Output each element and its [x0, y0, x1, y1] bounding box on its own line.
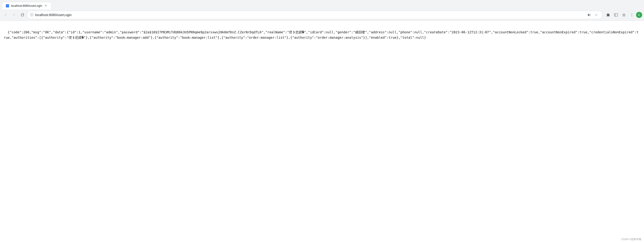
browser-chrome: localhost:8080/userLogin ✕ ⓘ — [0, 0, 644, 21]
page-content: {"code":200,"msg":"OK","data":{"id":1,"u… — [0, 21, 644, 44]
tab-title: localhost:8080/userLogin — [11, 4, 42, 7]
address-bar[interactable]: ⓘ ☆ — [27, 11, 602, 19]
back-button[interactable] — [2, 11, 9, 19]
active-tab[interactable]: localhost:8080/userLogin ✕ — [2, 2, 52, 9]
collections-button[interactable] — [620, 11, 628, 19]
address-actions: ☆ — [586, 12, 600, 18]
sidebar-button[interactable] — [612, 11, 620, 19]
extensions-button[interactable] — [604, 11, 612, 19]
more-options-button[interactable] — [628, 11, 636, 19]
favorites-button[interactable]: ☆ — [593, 12, 600, 18]
tab-close-button[interactable]: ✕ — [44, 4, 48, 8]
svg-rect-3 — [590, 16, 590, 16]
toolbar-actions: C — [604, 11, 642, 19]
svg-point-6 — [632, 13, 632, 14]
refresh-button[interactable] — [19, 11, 26, 19]
toolbar: ⓘ ☆ — [0, 9, 644, 20]
address-input[interactable] — [35, 13, 584, 17]
svg-rect-0 — [588, 14, 589, 16]
svg-rect-1 — [590, 14, 590, 14]
tab-bar: localhost:8080/userLogin ✕ — [0, 0, 644, 9]
svg-rect-2 — [590, 15, 590, 15]
svg-point-7 — [632, 15, 632, 15]
reader-view-button[interactable] — [586, 12, 592, 18]
profile-button[interactable]: C — [636, 12, 642, 18]
svg-point-8 — [632, 16, 632, 16]
svg-rect-4 — [614, 13, 618, 16]
tab-favicon — [6, 4, 9, 7]
forward-button[interactable] — [10, 11, 18, 19]
site-info-icon[interactable]: ⓘ — [30, 13, 34, 17]
json-response: {"code":200,"msg":"OK","data":{"id":1,"u… — [4, 30, 638, 39]
